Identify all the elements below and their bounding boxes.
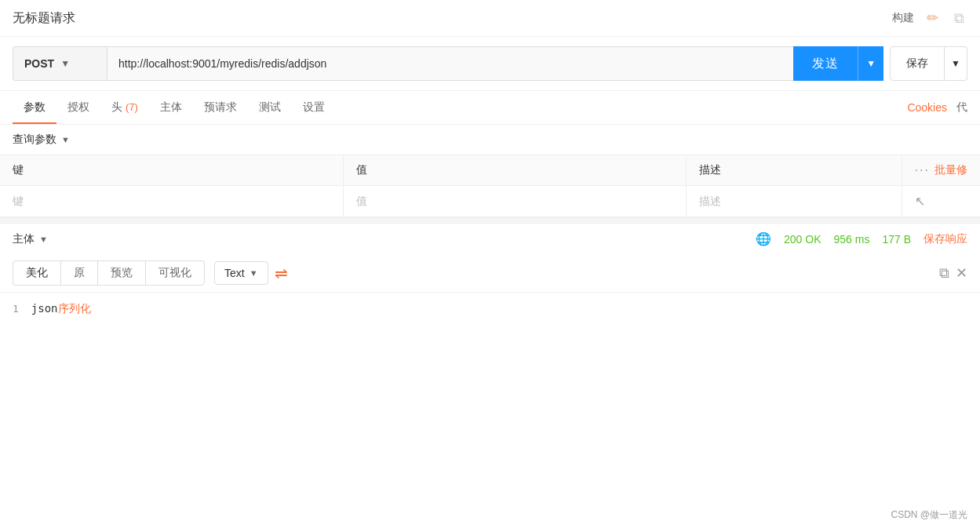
desc-cell[interactable]: 描述 <box>686 186 902 217</box>
section-divider <box>0 217 980 224</box>
tab-settings[interactable]: 设置 <box>292 91 336 124</box>
response-chevron-icon: ▼ <box>39 235 48 244</box>
send-button-group: 发送 ▼ <box>793 46 883 81</box>
tab-auth[interactable]: 授权 <box>56 91 100 124</box>
format-tab-beautify[interactable]: 美化 <box>13 260 60 286</box>
response-header: 主体 ▼ 🌐 200 OK 956 ms 177 B 保存响应 <box>0 224 980 254</box>
response-body: 1 json序列化 <box>0 293 980 326</box>
col-key-header: 键 <box>0 155 343 186</box>
tab-body[interactable]: 主体 <box>149 91 193 124</box>
clear-response-button[interactable]: ✕ <box>956 264 967 282</box>
build-label: 构建 <box>892 11 914 25</box>
response-line-1: 1 json序列化 <box>13 302 967 316</box>
send-button[interactable]: 发送 <box>793 46 858 81</box>
request-tabs: 参数 授权 头 (7) 主体 预请求 测试 设置 Cookies 代 <box>0 91 980 125</box>
format-tab-preview[interactable]: 预览 <box>97 260 145 286</box>
line-number-1: 1 <box>13 303 19 315</box>
tabs-right: Cookies 代 <box>907 100 967 115</box>
wrap-icon-button[interactable]: ⇌ <box>275 264 288 282</box>
query-params-section-header: 查询参数 ▼ <box>0 125 980 155</box>
actions-cell: ↖ <box>902 186 980 217</box>
text-format-selector[interactable]: Text ▼ <box>214 261 268 285</box>
edit-icon-button[interactable]: ✏ <box>924 8 942 28</box>
copy-response-button[interactable]: ⧉ <box>939 265 949 282</box>
tab-headers[interactable]: 头 (7) <box>100 91 149 124</box>
url-input[interactable] <box>107 46 793 81</box>
globe-icon: 🌐 <box>756 231 771 246</box>
response-text-value: 序列化 <box>58 302 91 316</box>
tab-prerequest[interactable]: 预请求 <box>193 91 248 124</box>
bulk-edit-button[interactable]: 批量修 <box>934 163 967 177</box>
format-tabs-right: ⧉ ✕ <box>939 264 967 282</box>
header: 无标题请求 构建 ✏ ⧉ <box>0 0 980 37</box>
method-chevron-icon: ▼ <box>60 58 70 69</box>
query-params-chevron-icon: ▼ <box>61 135 70 144</box>
format-tabs: 美化 原 预览 可视化 Text ▼ ⇌ ⧉ ✕ <box>0 254 980 293</box>
method-selector[interactable]: POST ▼ <box>13 46 107 81</box>
copy-icon-button[interactable]: ⧉ <box>951 9 967 28</box>
code-link[interactable]: 代 <box>956 100 967 115</box>
url-bar: POST ▼ 发送 ▼ 保存 ▼ <box>0 37 980 91</box>
save-response-button[interactable]: 保存响应 <box>924 232 967 246</box>
method-label: POST <box>24 57 54 70</box>
col-value-header: 值 <box>343 155 686 186</box>
format-tab-raw[interactable]: 原 <box>60 260 97 286</box>
value-cell[interactable]: 值 <box>343 186 686 217</box>
col-desc-header: 描述 <box>686 155 902 186</box>
cookies-link[interactable]: Cookies <box>907 101 947 114</box>
col-actions-header: ··· 批量修 <box>902 155 980 186</box>
table-row: 键 值 描述 ↖ <box>0 186 980 217</box>
params-table: 键 值 描述 ··· 批量修 键 值 描述 <box>0 155 980 217</box>
response-size: 177 B <box>882 233 911 246</box>
response-title: 主体 ▼ <box>13 232 48 246</box>
response-meta: 🌐 200 OK 956 ms 177 B 保存响应 <box>756 231 967 246</box>
text-format-chevron-icon: ▼ <box>250 268 258 278</box>
save-button[interactable]: 保存 <box>890 46 945 81</box>
query-params-title: 查询参数 <box>13 133 56 147</box>
status-badge: 200 OK <box>784 233 821 246</box>
tab-tests[interactable]: 测试 <box>248 91 292 124</box>
cursor-indicator: ↖ <box>915 195 925 208</box>
response-time: 956 ms <box>833 233 869 246</box>
header-actions: 构建 ✏ ⧉ <box>892 8 967 28</box>
format-tab-visualize[interactable]: 可视化 <box>145 260 205 286</box>
more-options-icon[interactable]: ··· <box>915 163 930 177</box>
key-cell[interactable]: 键 <box>0 186 343 217</box>
tab-params[interactable]: 参数 <box>13 91 56 124</box>
response-text-prefix: json <box>31 302 58 315</box>
save-dropdown-button[interactable]: ▼ <box>945 46 967 81</box>
page-title: 无标题请求 <box>13 10 75 27</box>
send-dropdown-button[interactable]: ▼ <box>858 46 883 81</box>
